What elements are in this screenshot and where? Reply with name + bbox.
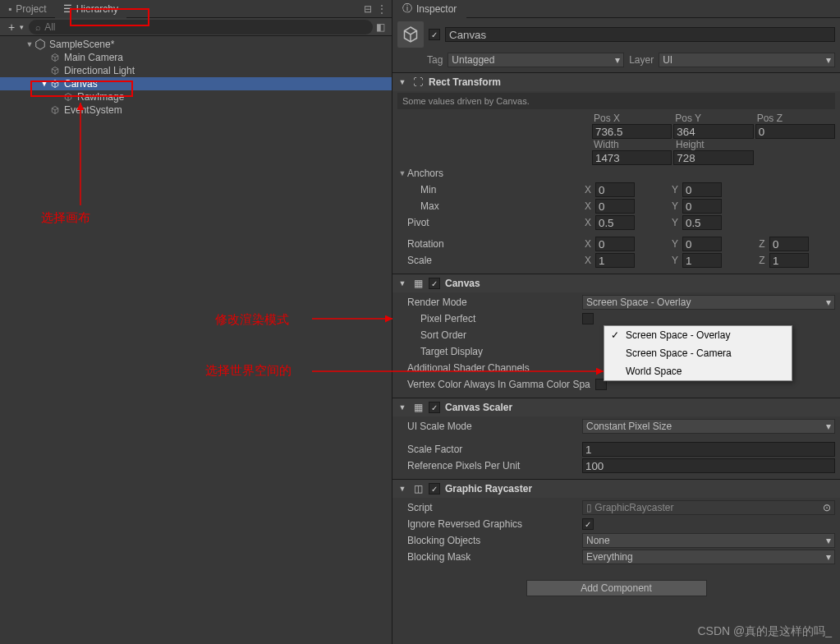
- dropdown-icon[interactable]: ▾: [20, 23, 24, 31]
- posy-input[interactable]: [673, 124, 753, 139]
- component-enable-checkbox[interactable]: ✓: [429, 402, 440, 413]
- fold-icon[interactable]: ▼: [397, 485, 407, 493]
- ui-scale-mode-label: UI Scale Mode: [397, 421, 582, 432]
- gameobject-cube-icon[interactable]: [397, 21, 424, 48]
- tree-item-label: Directional Light: [64, 65, 135, 76]
- tree-item-directional-light[interactable]: Directional Light: [0, 64, 392, 77]
- component-graphic-raycaster: ▼ ◫ ✓ Graphic Raycaster Script▯ GraphicR…: [392, 479, 840, 570]
- gameobject-icon: [49, 104, 61, 116]
- gameobject-icon: [49, 78, 61, 90]
- gameobject-icon: [62, 91, 74, 103]
- scaler-icon: ▦: [412, 402, 424, 413]
- width-input[interactable]: [592, 150, 672, 165]
- blocking-mask-dropdown[interactable]: Everything▾: [582, 550, 835, 564]
- scale-z[interactable]: [769, 253, 809, 268]
- fold-icon[interactable]: ▼: [39, 80, 49, 88]
- pivot-label: Pivot: [397, 217, 582, 228]
- tree-item-label: EventSystem: [64, 104, 122, 116]
- ref-pixels-input[interactable]: [582, 458, 835, 473]
- component-title: Graphic Raycaster: [445, 483, 532, 494]
- blocking-mask-value: Everything: [586, 551, 633, 563]
- col-height: Height: [674, 139, 755, 150]
- rot-y[interactable]: [682, 237, 722, 251]
- pivot-x[interactable]: [595, 215, 635, 230]
- tag-dropdown[interactable]: Untagged▾: [448, 53, 624, 67]
- inspector-tabs: ⓘ Inspector: [392, 0, 840, 18]
- anchors-label: Anchors: [407, 168, 443, 179]
- object-name-input[interactable]: [445, 27, 835, 42]
- tree-item-eventsystem[interactable]: EventSystem: [0, 104, 392, 117]
- panel-menu-icon[interactable]: ⋮: [377, 3, 387, 15]
- tab-hierarchy[interactable]: ☰ Hierarchy: [55, 0, 126, 18]
- popup-item-camera[interactable]: Screen Space - Camera: [604, 344, 792, 362]
- fold-icon[interactable]: ▼: [397, 403, 407, 412]
- component-enable-checkbox[interactable]: ✓: [429, 483, 440, 494]
- scale-x[interactable]: [595, 253, 635, 268]
- anchor-min-y[interactable]: [682, 182, 722, 197]
- anchor-max-y[interactable]: [682, 199, 722, 214]
- popup-item-world-space[interactable]: World Space: [604, 362, 792, 380]
- search-input[interactable]: ⌕ All: [29, 20, 373, 34]
- anchor-max-x[interactable]: [595, 199, 635, 214]
- fold-icon[interactable]: ▼: [25, 40, 34, 48]
- inspector-header: ✓: [392, 18, 840, 51]
- tree-item-canvas[interactable]: ▼ Canvas: [0, 77, 392, 90]
- tab-project[interactable]: ▪ Project: [0, 0, 55, 18]
- scale-label: Scale: [397, 255, 582, 266]
- chevron-down-icon: ▾: [826, 551, 831, 563]
- tree-item-main-camera[interactable]: Main Camera: [0, 51, 392, 64]
- scale-factor-input[interactable]: [582, 442, 835, 457]
- col-width: Width: [592, 139, 672, 150]
- watermark: CSDN @真的是这样的吗_: [697, 624, 832, 639]
- tree-item-rawimage[interactable]: RawImage: [0, 90, 392, 104]
- shader-channels-label: Additional Shader Channels: [397, 362, 582, 374]
- blocking-mask-label: Blocking Mask: [397, 551, 582, 563]
- tag-value: Untagged: [452, 54, 494, 66]
- chevron-down-icon: ▾: [826, 297, 831, 308]
- col-posz: Pos Z: [755, 113, 835, 124]
- pivot-y[interactable]: [682, 215, 722, 230]
- pixel-perfect-checkbox[interactable]: [582, 313, 594, 324]
- fold-icon[interactable]: ▼: [397, 279, 407, 288]
- ui-scale-mode-dropdown[interactable]: Constant Pixel Size▾: [582, 419, 835, 434]
- anchor-max-label: Max: [397, 200, 582, 212]
- blocking-objects-label: Blocking Objects: [397, 535, 582, 546]
- component-enable-checkbox[interactable]: ✓: [429, 278, 440, 289]
- layer-dropdown[interactable]: UI▾: [659, 53, 835, 67]
- lock-icon[interactable]: ⊟: [364, 3, 372, 15]
- driven-hint: Some values driven by Canvas.: [397, 93, 835, 109]
- fold-icon[interactable]: ▼: [397, 169, 407, 177]
- render-mode-dropdown[interactable]: Screen Space - Overlay▾: [582, 295, 835, 310]
- fold-icon[interactable]: ▼: [397, 78, 407, 86]
- component-header[interactable]: ▼ ▦ ✓ Canvas Scaler: [392, 398, 840, 416]
- anchor-min-x[interactable]: [595, 182, 635, 197]
- rot-z[interactable]: [769, 237, 809, 251]
- active-checkbox[interactable]: ✓: [429, 29, 440, 40]
- component-header[interactable]: ▼ ◫ ✓ Graphic Raycaster: [392, 480, 840, 498]
- scale-y[interactable]: [682, 253, 722, 268]
- hierarchy-tabs: ▪ Project ☰ Hierarchy ⊟ ⋮: [0, 0, 392, 18]
- component-header[interactable]: ▼ ▦ ✓ Canvas: [392, 274, 840, 292]
- tree-item-label: Main Camera: [64, 52, 123, 63]
- layer-label: Layer: [629, 54, 654, 66]
- component-header[interactable]: ▼ ⛶ Rect Transform: [392, 73, 840, 91]
- height-input[interactable]: [673, 150, 753, 165]
- ui-scale-mode-value: Constant Pixel Size: [586, 421, 672, 432]
- popup-item-overlay[interactable]: Screen Space - Overlay: [604, 326, 792, 344]
- add-component-button[interactable]: Add Component: [526, 580, 707, 596]
- gameobject-icon: [49, 52, 61, 63]
- rot-x[interactable]: [595, 237, 635, 251]
- posz-input[interactable]: [755, 124, 835, 139]
- render-mode-popup: Screen Space - Overlay Screen Space - Ca…: [604, 325, 792, 381]
- filter-icon[interactable]: ◧: [373, 21, 388, 33]
- tab-inspector[interactable]: ⓘ Inspector: [392, 0, 466, 18]
- script-value: GraphicRaycaster: [594, 502, 673, 513]
- component-canvas-scaler: ▼ ▦ ✓ Canvas Scaler UI Scale ModeConstan…: [392, 398, 840, 479]
- ignore-reversed-checkbox[interactable]: ✓: [582, 518, 594, 530]
- object-picker-icon[interactable]: ⊙: [823, 502, 831, 513]
- add-button[interactable]: +: [3, 21, 20, 34]
- scene-row[interactable]: ▼ SampleScene*: [0, 38, 392, 51]
- blocking-objects-dropdown[interactable]: None▾: [582, 533, 835, 548]
- posx-input[interactable]: [592, 124, 672, 139]
- gameobject-icon: [49, 65, 61, 76]
